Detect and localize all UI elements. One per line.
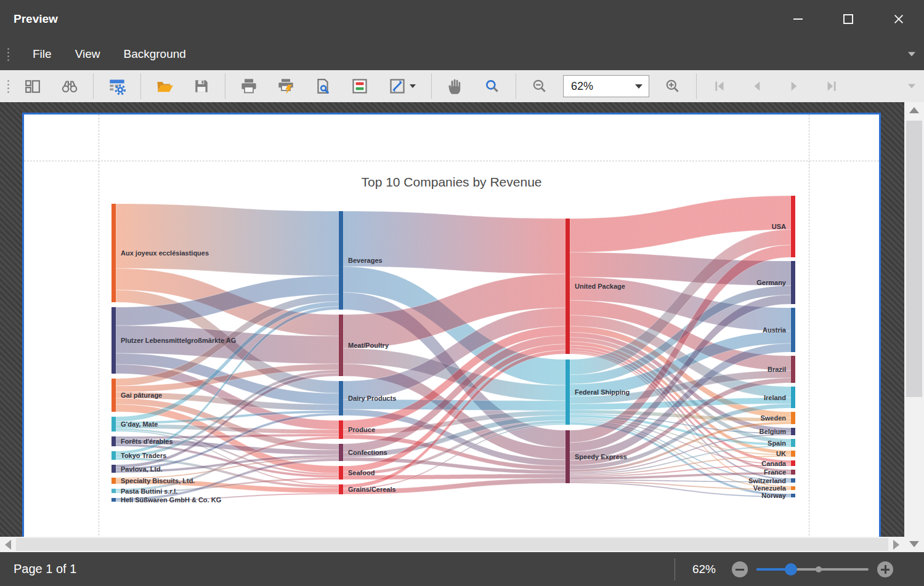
sankey-node[interactable]: [565, 359, 570, 425]
sankey-node[interactable]: [111, 478, 116, 484]
page-setup-button[interactable]: [309, 74, 336, 98]
menu-background[interactable]: Background: [123, 42, 185, 66]
sankey-node[interactable]: [111, 436, 116, 446]
sankey-node[interactable]: [791, 412, 795, 424]
zoom-in-icon: [665, 78, 681, 94]
minimize-button[interactable]: [772, 0, 823, 38]
last-page-icon: [823, 78, 839, 94]
previous-page-icon: [749, 78, 765, 94]
horizontal-scrollbar[interactable]: [0, 537, 904, 552]
sankey-node[interactable]: [791, 356, 795, 383]
sankey-node[interactable]: [111, 204, 116, 302]
customize-grid-gear-icon: [108, 78, 126, 95]
sankey-node-label: Grains/Cereals: [348, 486, 396, 493]
sankey-node[interactable]: [791, 261, 795, 304]
sankey-node[interactable]: [791, 451, 795, 457]
sankey-node[interactable]: [791, 387, 795, 408]
binoculars-icon: [61, 78, 78, 94]
previous-page-button[interactable]: [744, 74, 771, 98]
zoom-combobox[interactable]: 62%: [563, 75, 649, 97]
menu-bar: File View Background: [0, 38, 924, 70]
next-page-icon: [786, 78, 802, 94]
sankey-node[interactable]: [111, 379, 116, 412]
document-map-button[interactable]: [19, 74, 46, 98]
hand-tool-button[interactable]: [442, 74, 469, 98]
sankey-node[interactable]: [791, 460, 795, 466]
zoom-slider-thumb[interactable]: [785, 563, 797, 576]
menubar-overflow-chevron-icon[interactable]: [908, 52, 915, 57]
save-button[interactable]: [188, 74, 215, 98]
watermark-button[interactable]: [346, 74, 373, 98]
sankey-node[interactable]: [791, 470, 795, 475]
toolbar-overflow-chevron-icon[interactable]: [908, 84, 915, 89]
sankey-node[interactable]: [791, 486, 795, 490]
sankey-node[interactable]: [111, 417, 116, 431]
horizontal-scrollbar-thumb[interactable]: [16, 538, 888, 551]
sankey-node[interactable]: [111, 451, 116, 460]
sankey-node[interactable]: [565, 430, 570, 483]
document-page[interactable]: Top 10 Companies by Revenue Aux joyeux e…: [22, 113, 881, 537]
scroll-right-icon[interactable]: [893, 540, 899, 550]
sankey-node-label: Switzerland: [748, 477, 786, 484]
maximize-button[interactable]: [823, 0, 873, 38]
scroll-up-icon[interactable]: [909, 107, 919, 113]
sankey-node[interactable]: [111, 307, 116, 374]
sankey-node[interactable]: [339, 381, 343, 415]
open-button[interactable]: [151, 74, 178, 98]
zoom-combobox-chevron-icon[interactable]: [635, 84, 642, 89]
sankey-node[interactable]: [339, 315, 343, 376]
sankey-node-label: Dairy Products: [348, 395, 396, 402]
window-title: Preview: [14, 12, 58, 26]
first-page-button[interactable]: [707, 74, 734, 98]
sankey-node[interactable]: [791, 308, 795, 352]
sankey-node[interactable]: [791, 428, 795, 435]
menu-grip-handle[interactable]: [7, 48, 9, 61]
sankey-node[interactable]: [111, 489, 116, 493]
sankey-link[interactable]: [116, 204, 339, 276]
sankey-node[interactable]: [565, 219, 570, 354]
magnifier-button[interactable]: [479, 74, 506, 98]
sankey-node[interactable]: [339, 466, 343, 480]
zoom-in-circle-button[interactable]: [877, 561, 893, 577]
zoom-out-circle-button[interactable]: [732, 561, 748, 577]
sankey-node[interactable]: [339, 211, 343, 310]
sankey-node-label: Seafood: [348, 469, 375, 476]
scroll-left-icon[interactable]: [5, 540, 11, 550]
sankey-node[interactable]: [339, 420, 343, 439]
quick-print-button[interactable]: [272, 74, 299, 98]
sankey-node[interactable]: [111, 465, 116, 473]
sankey-node[interactable]: [339, 444, 343, 461]
sankey-node[interactable]: [791, 196, 795, 257]
toolbar-grip-handle[interactable]: [7, 80, 9, 93]
customize-button[interactable]: [103, 74, 131, 98]
sankey-node-label: Canada: [761, 460, 787, 467]
first-page-icon: [712, 78, 728, 94]
preview-canvas[interactable]: Top 10 Companies by Revenue Aux joyeux e…: [0, 102, 904, 537]
print-button[interactable]: [235, 74, 262, 98]
close-button[interactable]: [873, 0, 924, 38]
sankey-node-label: USA: [772, 223, 786, 230]
save-floppy-icon: [193, 78, 209, 94]
sankey-node-label: Specialty Biscuits, Ltd.: [121, 477, 195, 484]
sankey-node[interactable]: [111, 498, 116, 502]
zoom-slider-midpoint: [816, 566, 822, 572]
scale-button[interactable]: [383, 74, 421, 98]
next-page-button[interactable]: [780, 74, 808, 98]
search-button[interactable]: [56, 74, 83, 98]
sankey-node-label: Sweden: [760, 414, 786, 422]
zoom-slider[interactable]: [756, 561, 869, 577]
sankey-node[interactable]: [791, 439, 795, 447]
sankey-node[interactable]: [791, 494, 795, 497]
sankey-node[interactable]: [791, 478, 795, 483]
scale-dropdown-chevron-icon[interactable]: [410, 84, 416, 88]
vertical-scrollbar-thumb[interactable]: [906, 121, 922, 397]
zoom-in-button[interactable]: [659, 74, 686, 98]
sankey-link[interactable]: [343, 211, 565, 274]
vertical-scrollbar[interactable]: [904, 102, 924, 552]
zoom-out-button[interactable]: [526, 74, 553, 98]
scroll-down-icon[interactable]: [909, 541, 919, 547]
menu-file[interactable]: File: [33, 42, 52, 66]
menu-view[interactable]: View: [75, 42, 100, 66]
last-page-button[interactable]: [817, 74, 845, 98]
sankey-node[interactable]: [339, 484, 343, 494]
